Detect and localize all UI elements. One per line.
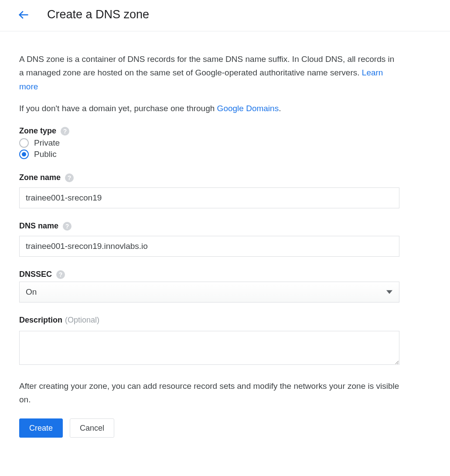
description-section: Description(Optional) [19, 316, 399, 367]
cancel-button[interactable]: Cancel [70, 418, 114, 438]
zone-type-label-row: Zone type ? [19, 126, 399, 136]
zone-type-private-label: Private [34, 138, 60, 148]
post-create-note: After creating your zone, you can add re… [19, 380, 399, 406]
page-title: Create a DNS zone [47, 8, 149, 21]
domain-note-before: If you don't have a domain yet, purchase… [19, 104, 217, 113]
zone-type-public-label: Public [34, 150, 57, 159]
help-icon[interactable]: ? [56, 270, 65, 279]
zone-type-section: Zone type ? Private Public [19, 126, 399, 159]
radio-checked-icon [19, 150, 29, 159]
google-domains-link[interactable]: Google Domains [217, 104, 279, 113]
description-label: Description [19, 316, 62, 324]
dns-name-section: DNS name ? [19, 221, 399, 257]
help-icon[interactable]: ? [63, 222, 72, 231]
back-arrow-icon[interactable] [17, 9, 30, 21]
intro-text: A DNS zone is a container of DNS records… [19, 52, 399, 93]
zone-name-section: Zone name ? [19, 173, 399, 208]
dnssec-select-wrapper [19, 282, 399, 303]
description-label-wrap: Description(Optional) [19, 316, 99, 325]
zone-type-public-radio[interactable]: Public [19, 150, 399, 159]
help-icon[interactable]: ? [61, 127, 69, 136]
zone-name-label-row: Zone name ? [19, 173, 399, 182]
description-label-row: Description(Optional) [19, 316, 399, 325]
radio-unchecked-icon [19, 138, 29, 148]
dns-name-input[interactable] [19, 236, 399, 257]
create-button[interactable]: Create [19, 418, 63, 438]
dnssec-select[interactable] [19, 282, 399, 303]
dns-name-label: DNS name [19, 221, 58, 231]
domain-note-after: . [279, 104, 281, 113]
dnssec-label: DNSSEC [19, 270, 52, 279]
zone-name-input[interactable] [19, 187, 399, 208]
domain-note: If you don't have a domain yet, purchase… [19, 102, 399, 115]
description-textarea[interactable] [19, 331, 399, 365]
zone-type-private-radio[interactable]: Private [19, 138, 399, 148]
dns-name-label-row: DNS name ? [19, 221, 399, 231]
form-content: A DNS zone is a container of DNS records… [0, 31, 419, 457]
button-row: Create Cancel [19, 418, 399, 438]
page-header: Create a DNS zone [0, 0, 450, 31]
description-optional: (Optional) [65, 316, 99, 324]
intro-body: A DNS zone is a container of DNS records… [19, 54, 394, 77]
help-icon[interactable]: ? [65, 173, 74, 182]
dnssec-section: DNSSEC ? [19, 270, 399, 303]
dnssec-label-row: DNSSEC ? [19, 270, 399, 279]
zone-type-label: Zone type [19, 126, 56, 136]
zone-name-label: Zone name [19, 173, 61, 182]
